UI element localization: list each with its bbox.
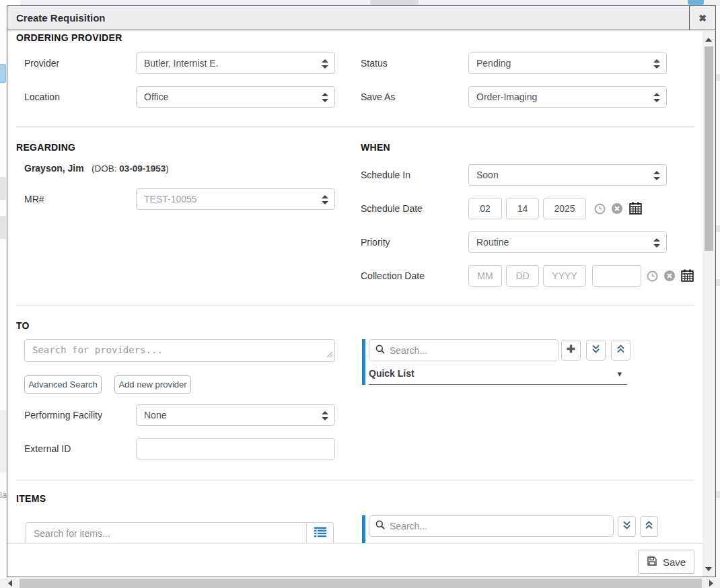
items-quick-search-input[interactable] xyxy=(390,521,607,531)
collection-date-month-input[interactable] xyxy=(468,265,502,287)
chevron-down-icon: ▾ xyxy=(617,369,622,379)
collapse-all-button[interactable] xyxy=(611,340,631,361)
double-chevron-up-icon xyxy=(616,344,626,357)
schedule-in-select-value: Soon xyxy=(476,170,499,180)
double-chevron-down-icon xyxy=(622,520,632,533)
background-fragment xyxy=(0,410,7,472)
schedule-date-calendar-icon[interactable] xyxy=(629,202,642,217)
location-select-value: Office xyxy=(144,91,168,102)
collection-date-calendar-icon[interactable] xyxy=(681,269,694,285)
select-arrows-icon xyxy=(322,93,328,104)
item-search xyxy=(26,522,334,545)
section-heading-when: WHEN xyxy=(361,142,390,153)
collection-date-time-input[interactable] xyxy=(592,265,641,287)
modal-content: ORDERING PROVIDER Provider Butler, Inter… xyxy=(7,31,703,577)
vertical-scrollbar-thumb[interactable] xyxy=(705,46,713,251)
section-divider xyxy=(16,480,694,480)
section-divider xyxy=(16,305,694,305)
patient-name: Grayson, Jim xyxy=(24,163,84,174)
close-icon: ✖ xyxy=(698,13,707,24)
modal-title: Create Requisition xyxy=(16,12,106,24)
provider-select[interactable]: Butler, Internist E. xyxy=(136,52,335,74)
item-search-input[interactable] xyxy=(34,528,306,539)
priority-select[interactable]: Routine xyxy=(468,231,667,253)
scroll-left-arrow-icon[interactable] xyxy=(8,580,12,587)
table-list-icon xyxy=(314,527,327,540)
collection-date-day-input[interactable] xyxy=(506,265,539,287)
select-arrows-icon xyxy=(653,93,660,104)
select-arrows-icon xyxy=(653,59,660,71)
search-icon xyxy=(375,520,385,532)
close-button[interactable]: ✖ xyxy=(689,6,715,30)
select-arrows-icon xyxy=(653,171,660,182)
performing-facility-select-value: None xyxy=(144,410,166,420)
schedule-date-day-input[interactable] xyxy=(506,198,539,219)
scroll-right-arrow-icon[interactable] xyxy=(709,580,713,587)
section-heading-items: ITEMS xyxy=(16,493,46,504)
background-fragment xyxy=(716,225,720,232)
add-to-list-button[interactable] xyxy=(561,340,581,361)
scroll-up-arrow-icon[interactable] xyxy=(705,38,712,42)
schedule-date-year-input[interactable] xyxy=(543,198,586,219)
select-arrows-icon xyxy=(322,195,328,207)
modal-footer: Save xyxy=(7,543,703,577)
quick-list-label: Quick List xyxy=(369,368,415,379)
save-as-select[interactable]: Order-Imaging xyxy=(468,86,667,108)
dob-value: 03-09-1953 xyxy=(119,163,166,174)
add-new-provider-button[interactable]: Add new provider xyxy=(114,375,191,394)
items-collapse-all-button[interactable] xyxy=(640,516,658,537)
provider-select-value: Butler, Internist E. xyxy=(144,58,219,69)
mr-select[interactable]: TEST-10055 xyxy=(136,188,335,210)
external-id-input[interactable] xyxy=(136,438,335,460)
schedule-date-clock-icon[interactable] xyxy=(594,203,606,217)
collection-date-clock-icon[interactable] xyxy=(647,270,658,285)
expand-all-button[interactable] xyxy=(586,340,606,361)
section-heading-to: TO xyxy=(16,320,30,331)
mr-select-value: TEST-10055 xyxy=(144,194,197,205)
double-chevron-up-icon xyxy=(644,520,654,533)
save-as-select-value: Order-Imaging xyxy=(476,91,537,102)
performing-facility-label: Performing Facility xyxy=(24,410,102,420)
horizontal-scrollbar[interactable] xyxy=(0,579,720,588)
schedule-date-month-input[interactable] xyxy=(468,198,502,219)
save-button[interactable]: Save xyxy=(638,550,694,574)
vertical-scrollbar[interactable] xyxy=(703,31,715,577)
section-heading-regarding: REGARDING xyxy=(16,142,75,153)
background-left-strip: la xyxy=(0,5,7,579)
horizontal-scrollbar-thumb[interactable] xyxy=(20,579,702,588)
plus-icon xyxy=(566,344,576,357)
collection-date-year-input[interactable] xyxy=(543,265,586,287)
double-chevron-down-icon xyxy=(591,344,601,357)
status-select-value: Pending xyxy=(476,58,511,69)
provider-search-textarea[interactable] xyxy=(24,339,335,362)
save-as-label: Save As xyxy=(361,91,395,102)
background-tab xyxy=(370,0,419,5)
dob-suffix: ) xyxy=(166,163,169,174)
save-icon xyxy=(647,556,657,568)
schedule-in-label: Schedule In xyxy=(361,170,410,180)
status-select[interactable]: Pending xyxy=(468,52,667,74)
schedule-in-select[interactable]: Soon xyxy=(468,164,667,186)
location-select[interactable]: Office xyxy=(136,86,335,108)
mr-label: MR# xyxy=(24,194,44,205)
to-accent-bar xyxy=(362,339,365,385)
background-fragment xyxy=(0,216,6,239)
background-fragment xyxy=(716,279,720,286)
collection-date-label: Collection Date xyxy=(361,270,425,281)
patient-dob: (DOB: 03-09-1953) xyxy=(92,163,169,174)
collection-date-clear-icon[interactable] xyxy=(663,270,676,285)
dob-prefix: (DOB: xyxy=(92,163,119,174)
background-fragment xyxy=(0,177,6,200)
schedule-date-clear-icon[interactable] xyxy=(611,203,623,217)
to-quick-search-input[interactable] xyxy=(390,345,552,356)
items-expand-all-button[interactable] xyxy=(618,516,636,537)
external-id-label: External ID xyxy=(24,443,71,454)
performing-facility-select[interactable]: None xyxy=(136,404,335,426)
resize-handle-icon[interactable] xyxy=(326,348,333,361)
item-list-button[interactable] xyxy=(306,523,333,544)
to-quick-search xyxy=(369,339,559,361)
scroll-down-arrow-icon[interactable] xyxy=(705,567,712,571)
quick-list-header[interactable]: Quick List ▾ xyxy=(369,366,627,385)
advanced-search-button[interactable]: Advanced Search xyxy=(24,375,102,394)
schedule-date-label: Schedule Date xyxy=(361,203,423,214)
